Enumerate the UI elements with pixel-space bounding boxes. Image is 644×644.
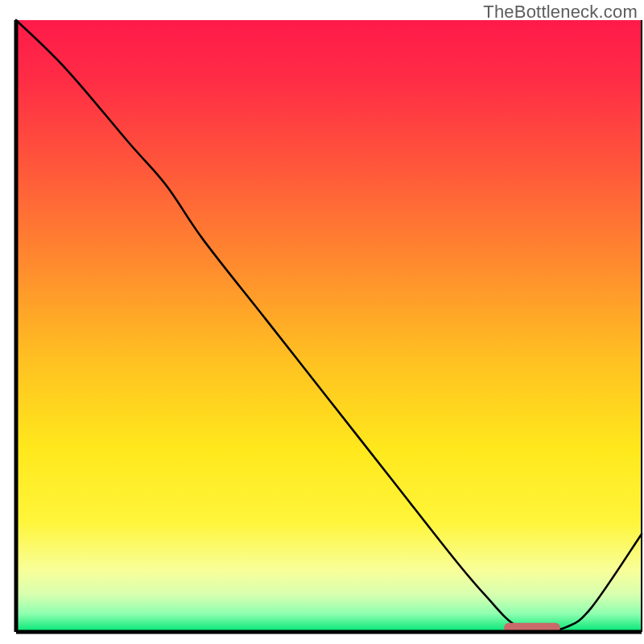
watermark-text: TheBottleneck.com bbox=[483, 2, 638, 23]
plot-background bbox=[16, 20, 642, 632]
bottleneck-chart bbox=[0, 0, 644, 644]
chart-container: { "watermark": "TheBottleneck.com", "cha… bbox=[0, 0, 644, 644]
